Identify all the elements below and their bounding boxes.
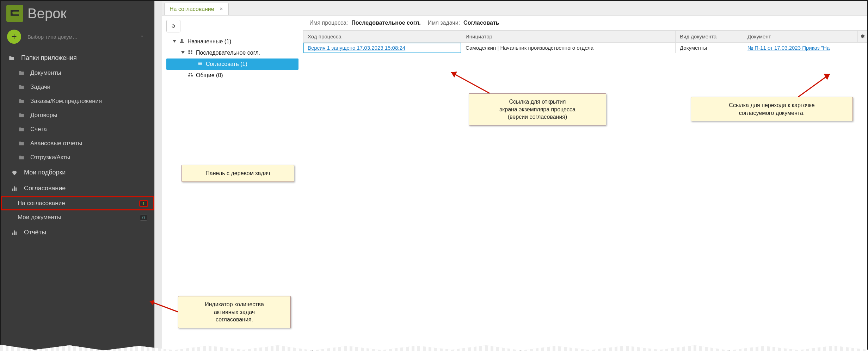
task-table: Ход процесса Инициатор Вид документа Док… xyxy=(303,30,867,53)
process-name-value: Последовательное согл. xyxy=(351,20,420,26)
sidebar: Bepoк Выбор типа докум… Папки приложения… xyxy=(1,1,154,350)
callout-line: Индикатор количества xyxy=(185,301,284,308)
sidebar-item-documents[interactable]: Документы xyxy=(1,66,154,80)
caret-down-icon xyxy=(181,50,185,56)
cell-document-link[interactable]: № П-11 от 17.03.2023 Приказ "На xyxy=(743,43,867,53)
cell-doc-type: Документы xyxy=(676,43,743,53)
process-link[interactable]: Версия 1 запущено 17.03.2023 15:08:24 xyxy=(308,45,405,51)
approval-count-badge: 1 xyxy=(140,201,147,207)
brand-title: Bepoк xyxy=(27,6,67,21)
tree-node-label: Согласовать (1) xyxy=(206,61,247,67)
callout-line: Ссылка для открытия xyxy=(475,98,599,106)
sidebar-item-shipments[interactable]: Отгрузки/Акты xyxy=(1,150,154,165)
tabs-row: На согласование xyxy=(162,1,867,16)
svg-marker-7 xyxy=(824,74,830,80)
sidebar-item-label: Договоры xyxy=(30,112,57,119)
callout-process-link: Ссылка для открытия экрана экземпляра пр… xyxy=(469,93,606,125)
sidebar-create-row: Выбор типа докум… xyxy=(1,26,154,50)
close-icon[interactable] xyxy=(219,6,223,12)
callout-doc-link: Ссылка для перехода к карточке согласуем… xyxy=(691,97,853,121)
sidebar-item-label: Счета xyxy=(30,126,47,133)
sidebar-item-label: Заказы/Ком.предложения xyxy=(30,98,102,105)
tree-node-approve-task[interactable]: Согласовать (1) xyxy=(166,58,298,70)
callout-line: активных задач xyxy=(185,308,284,316)
app-shell: Bepoк Выбор типа докум… Папки приложения… xyxy=(0,0,868,351)
sidebar-item-label: Отгрузки/Акты xyxy=(30,154,70,161)
task-name-value: Согласовать xyxy=(463,20,499,26)
process-name-label: Имя процесса: xyxy=(309,20,348,26)
svg-line-4 xyxy=(451,72,490,93)
arrow-indicator xyxy=(144,298,183,315)
sidebar-item-my-documents[interactable]: Мои документы 0 xyxy=(1,210,154,224)
svg-marker-0 xyxy=(173,40,176,43)
arrow-process-link xyxy=(449,70,495,97)
caret-down-icon xyxy=(173,38,176,45)
svg-line-6 xyxy=(798,74,830,97)
arrow-doc-link xyxy=(795,72,833,99)
section-label: Папки приложения xyxy=(21,54,77,62)
sidebar-item-label: Документы xyxy=(30,69,61,76)
col-process[interactable]: Ход процесса xyxy=(303,31,461,43)
sidebar-section-app-folders[interactable]: Папки приложения xyxy=(1,50,154,66)
sidebar-item-invoices[interactable]: Счета xyxy=(1,122,154,136)
task-table-wrap: Ход процесса Инициатор Вид документа Док… xyxy=(303,30,867,350)
process-icon xyxy=(187,49,193,56)
sidebar-section-selections[interactable]: Мои подборки xyxy=(1,165,154,180)
sidebar-item-orders[interactable]: Заказы/Ком.предложения xyxy=(1,94,154,108)
svg-line-2 xyxy=(150,301,178,312)
sidebar-section-approval[interactable]: Согласование xyxy=(1,180,154,196)
tree-node-shared[interactable]: Общие (0) xyxy=(166,70,298,81)
logo-icon xyxy=(6,5,23,22)
tab-for-approval[interactable]: На согласование xyxy=(164,3,229,15)
tree-node-label: Последовательное согл. xyxy=(196,50,260,56)
sidebar-item-tasks[interactable]: Задачи xyxy=(1,80,154,94)
sidebar-item-label: Задачи xyxy=(30,84,50,91)
section-label: Мои подборки xyxy=(24,169,66,176)
callout-tree-panel: Панель с деревом задач xyxy=(181,165,294,182)
sidebar-item-for-approval[interactable]: На согласование 1 xyxy=(1,196,154,210)
callout-line: согласования. xyxy=(185,316,284,324)
tree-node-label: Общие (0) xyxy=(196,72,223,79)
section-label: Согласование xyxy=(24,185,66,192)
col-initiator[interactable]: Инициатор xyxy=(461,31,676,43)
tree-node-sequential[interactable]: Последовательное согл. xyxy=(166,47,298,58)
tree-node-assigned[interactable]: Назначенные (1) xyxy=(166,36,298,47)
callout-indicator: Индикатор количества активных задач согл… xyxy=(178,296,291,328)
callout-line: согласуемого документа. xyxy=(697,109,846,117)
detail-header: Имя процесса: Последовательное согл. Имя… xyxy=(303,16,867,30)
sidebar-item-contracts[interactable]: Договоры xyxy=(1,108,154,122)
callout-line: Ссылка для перехода к карточке xyxy=(697,101,846,109)
cell-process-link[interactable]: Версия 1 запущено 17.03.2023 15:08:24 xyxy=(303,43,461,53)
refresh-button[interactable] xyxy=(166,20,180,32)
tree-node-label: Назначенные (1) xyxy=(187,38,231,45)
table-settings-button[interactable] xyxy=(857,30,867,42)
chevron-down-icon xyxy=(140,34,144,40)
callout-text: Панель с деревом задач xyxy=(188,170,288,177)
document-type-label: Выбор типа докум… xyxy=(27,34,78,40)
cell-initiator: Самоделкин | Начальник производственного… xyxy=(461,43,676,53)
user-icon xyxy=(179,38,185,45)
section-label: Отчёты xyxy=(24,229,46,236)
table-row[interactable]: Версия 1 запущено 17.03.2023 15:08:24 Са… xyxy=(303,43,867,53)
task-name-label: Имя задачи: xyxy=(428,20,460,26)
col-doc-type[interactable]: Вид документа xyxy=(676,31,743,43)
callout-line: экрана экземпляра процесса xyxy=(475,106,599,113)
document-link[interactable]: № П-11 от 17.03.2023 Приказ "На xyxy=(747,45,830,51)
users-icon xyxy=(187,72,193,79)
col-document[interactable]: Документ xyxy=(743,31,867,43)
sidebar-section-reports[interactable]: Отчёты xyxy=(1,224,154,240)
sidebar-item-advance[interactable]: Авансовые отчеты xyxy=(1,136,154,150)
callout-line: (версии согласования) xyxy=(475,113,599,121)
create-button[interactable] xyxy=(7,30,21,44)
tab-label: На согласование xyxy=(170,6,214,12)
sidebar-header: Bepoк xyxy=(1,1,154,26)
sidebar-item-label: Мои документы xyxy=(18,214,61,221)
my-docs-count-badge: 0 xyxy=(140,215,147,221)
sidebar-item-label: Авансовые отчеты xyxy=(30,140,82,147)
table-header-row: Ход процесса Инициатор Вид документа Док… xyxy=(303,31,867,43)
document-type-select[interactable]: Выбор типа докум… xyxy=(27,34,148,40)
detail-panel: Имя процесса: Последовательное согл. Имя… xyxy=(303,16,867,350)
task-tree: Назначенные (1) Последовательное согл. С… xyxy=(166,36,298,81)
svg-marker-1 xyxy=(181,51,185,54)
list-icon xyxy=(197,61,203,68)
